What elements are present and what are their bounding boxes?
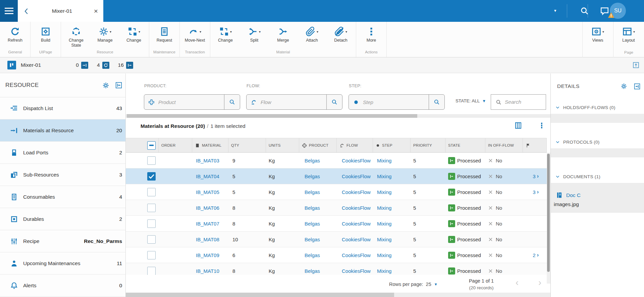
material-link[interactable]: IB_MAT04 bbox=[196, 174, 219, 179]
sidebar-item-alerts[interactable]: Alerts0 bbox=[0, 275, 125, 297]
sidebar-item-materials-at-resource[interactable]: Materials at Resource20 bbox=[0, 119, 125, 142]
material-link[interactable]: IB_MAT03 bbox=[196, 158, 219, 163]
next-page-button[interactable]: › bbox=[538, 278, 541, 288]
step-link[interactable]: Mixing bbox=[377, 268, 391, 274]
product-link[interactable]: Belgas bbox=[305, 237, 320, 242]
table-vertical-scrollbar[interactable] bbox=[547, 153, 550, 284]
sidebar-settings-gear-icon[interactable] bbox=[102, 82, 109, 89]
material-link[interactable]: IB_MAT10 bbox=[196, 268, 219, 274]
change-button[interactable]: ▾Change bbox=[119, 25, 148, 43]
layout-button[interactable]: ▾Layout bbox=[614, 25, 643, 43]
previous-page-button[interactable]: ‹ bbox=[516, 278, 519, 288]
flow-link[interactable]: CookiesFlow bbox=[342, 252, 371, 258]
tab-close-icon[interactable]: × bbox=[94, 7, 98, 14]
step-link[interactable]: Mixing bbox=[377, 158, 391, 163]
change-button[interactable]: ▾Change bbox=[211, 25, 240, 43]
flow-link[interactable]: CookiesFlow bbox=[342, 158, 371, 163]
table-horizontal-scrollbar[interactable] bbox=[126, 293, 550, 297]
detach-button[interactable]: ▾Detach bbox=[326, 25, 355, 43]
flow-link[interactable]: CookiesFlow bbox=[342, 221, 371, 227]
material-link[interactable]: IB_MAT08 bbox=[196, 237, 219, 242]
material-link[interactable]: IB_MAT06 bbox=[196, 205, 219, 211]
details-collapse-icon[interactable] bbox=[634, 83, 641, 90]
row-checkbox[interactable] bbox=[147, 219, 156, 228]
column-state[interactable]: STATE bbox=[445, 138, 485, 152]
split-button[interactable]: ▾Split bbox=[240, 25, 269, 43]
product-link[interactable]: Belgas bbox=[305, 158, 320, 163]
table-row[interactable]: IB_MAT108KgBelgasCookiesFlowMixing5Proce… bbox=[126, 263, 550, 275]
column-material[interactable]: MATERIAL bbox=[192, 138, 228, 152]
product-filter-input[interactable]: Product bbox=[144, 94, 240, 110]
active-tab[interactable]: Mixer-01 × bbox=[18, 0, 103, 22]
column-flow[interactable]: FLOW bbox=[337, 138, 373, 152]
column-order[interactable]: ORDER bbox=[159, 138, 192, 152]
views-button[interactable]: ▾Views bbox=[583, 25, 612, 43]
sidebar-item-dispatch-list[interactable]: Dispatch List43 bbox=[0, 97, 125, 119]
product-link[interactable]: Belgas bbox=[305, 221, 320, 227]
product-search-button[interactable] bbox=[224, 95, 240, 109]
row-checkbox[interactable] bbox=[147, 172, 156, 181]
state-filter-dropdown[interactable]: STATE: ALL ▼ bbox=[455, 98, 486, 103]
table-row[interactable]: IB_MAT096KgBelgasCookiesFlowMixing5Proce… bbox=[126, 247, 550, 263]
attach-button[interactable]: ▾Attach bbox=[298, 25, 326, 43]
table-row[interactable]: IB_MAT0810KgBelgasCookiesFlowMixing5Proc… bbox=[126, 232, 550, 247]
docs-cell[interactable]: 2› bbox=[523, 247, 547, 263]
column-settings-icon[interactable] bbox=[514, 121, 522, 130]
step-link[interactable]: Mixing bbox=[377, 252, 391, 258]
sidebar-item-sub-resources[interactable]: Sub-Resources3 bbox=[0, 164, 125, 186]
flow-filter-input[interactable]: Flow bbox=[246, 94, 342, 110]
sidebar-item-upcoming-maintenances[interactable]: Upcoming Maintenances11 bbox=[0, 252, 125, 275]
section-documents[interactable]: DOCUMENTS (1) bbox=[551, 170, 644, 183]
sidebar-item-consumables[interactable]: Consumables4 bbox=[0, 186, 125, 208]
column-product[interactable]: PRODUCT bbox=[299, 138, 337, 152]
flow-link[interactable]: CookiesFlow bbox=[342, 174, 371, 179]
material-link[interactable]: IB_MAT07 bbox=[196, 221, 219, 227]
sidebar-item-recipe[interactable]: RecipeRec_No_Parms bbox=[0, 230, 125, 252]
material-link[interactable]: IB_MAT09 bbox=[196, 252, 219, 258]
row-checkbox[interactable] bbox=[147, 267, 156, 275]
table-more-menu-icon[interactable] bbox=[538, 121, 546, 130]
section-protocols[interactable]: PROTOCOLS (0) bbox=[551, 136, 644, 148]
material-link[interactable]: IB_MAT05 bbox=[196, 189, 219, 195]
filters-horizontal-scrollbar[interactable] bbox=[126, 114, 550, 118]
product-link[interactable]: Belgas bbox=[305, 174, 320, 179]
table-search-input[interactable]: Search bbox=[491, 94, 546, 110]
docs-cell[interactable]: 3› bbox=[523, 184, 547, 200]
request-button[interactable]: Request bbox=[150, 25, 179, 43]
details-settings-gear-icon[interactable] bbox=[621, 83, 627, 90]
column-units[interactable]: UNITS bbox=[266, 138, 299, 152]
docs-cell[interactable]: 3› bbox=[523, 168, 547, 184]
column-in-off-flow[interactable]: IN OFF-FLOW bbox=[485, 138, 523, 152]
table-row[interactable]: IB_MAT068KgBelgasCookiesFlowMixing5Proce… bbox=[126, 200, 550, 216]
document-item[interactable]: Doc C bbox=[551, 192, 644, 199]
step-link[interactable]: Mixing bbox=[377, 205, 391, 211]
flow-link[interactable]: CookiesFlow bbox=[342, 268, 371, 274]
table-row[interactable]: IB_MAT055KgBelgasCookiesFlowMixing5Proce… bbox=[126, 184, 550, 200]
step-search-button[interactable] bbox=[429, 95, 444, 109]
section-holds-off-flows[interactable]: HOLDS/OFF-FLOWS (0) bbox=[551, 101, 644, 114]
expand-icon[interactable] bbox=[632, 61, 640, 69]
product-link[interactable]: Belgas bbox=[305, 189, 320, 195]
column-flag[interactable] bbox=[523, 138, 547, 152]
select-all-checkbox[interactable] bbox=[147, 141, 156, 150]
sidebar-collapse-icon[interactable] bbox=[115, 82, 122, 89]
more-button[interactable]: More bbox=[357, 25, 386, 43]
step-filter-input[interactable]: Step bbox=[348, 94, 445, 110]
flow-search-button[interactable] bbox=[326, 95, 342, 109]
hamburger-menu-button[interactable] bbox=[0, 0, 18, 22]
step-link[interactable]: Mixing bbox=[377, 237, 391, 242]
change-state-button[interactable]: Change State bbox=[62, 25, 91, 48]
row-checkbox[interactable] bbox=[147, 251, 156, 259]
step-link[interactable]: Mixing bbox=[377, 189, 391, 195]
step-link[interactable]: Mixing bbox=[377, 221, 391, 227]
document-name-link[interactable]: Doc C bbox=[566, 192, 581, 198]
table-row[interactable]: IB_MAT078KgBelgasCookiesFlowMixing5Proce… bbox=[126, 216, 550, 232]
flow-link[interactable]: CookiesFlow bbox=[342, 189, 371, 195]
column-priority[interactable]: PRIORITY bbox=[411, 138, 445, 152]
rows-per-page-selector[interactable]: Rows per page: 25 ▼ bbox=[389, 282, 438, 287]
column-step[interactable]: STEP bbox=[373, 138, 411, 152]
row-checkbox[interactable] bbox=[147, 204, 156, 212]
table-row[interactable]: IB_MAT039KgBelgasCookiesFlowMixing5Proce… bbox=[126, 153, 550, 168]
row-checkbox[interactable] bbox=[147, 156, 156, 165]
sidebar-item-durables[interactable]: Durables2 bbox=[0, 208, 125, 230]
